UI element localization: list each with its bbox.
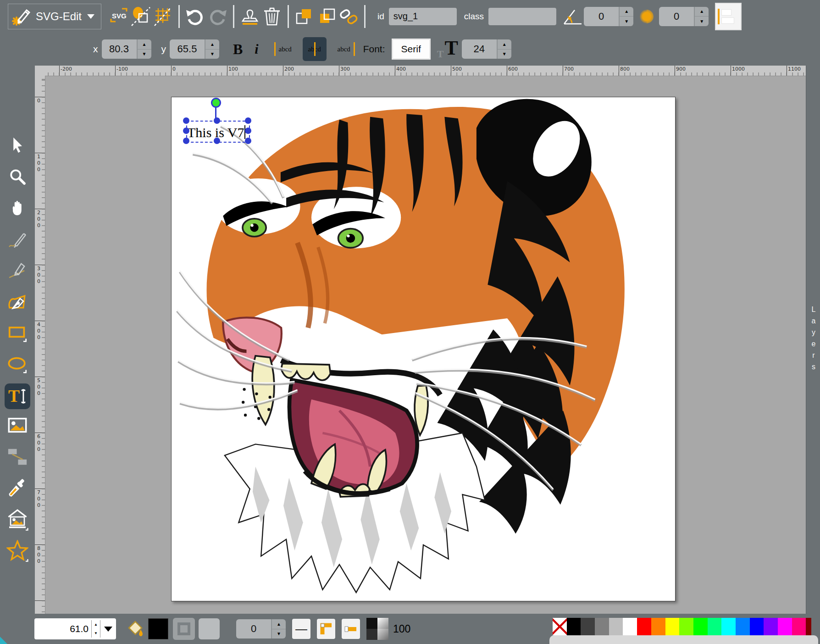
zoom-widget[interactable]: 61.0 ▲▼ — [34, 618, 116, 639]
palette-swatch[interactable] — [778, 618, 792, 635]
select-tool-button[interactable] — [6, 133, 29, 156]
palette-swatch[interactable] — [750, 618, 764, 635]
blur-input[interactable] — [659, 7, 694, 26]
palette-swatch[interactable] — [792, 618, 806, 635]
star-tool-button[interactable] — [6, 539, 29, 562]
font-family-button[interactable]: Serif — [392, 39, 431, 60]
x-down-button[interactable]: ▼ — [138, 50, 151, 59]
pencil-tool-button[interactable] — [6, 228, 29, 251]
eyedropper-tool-button[interactable] — [6, 477, 29, 500]
pan-tool-button[interactable] — [6, 196, 29, 219]
svg-canvas[interactable]: This is V7 — [171, 97, 676, 601]
palette-swatch[interactable] — [721, 618, 736, 635]
clone-button[interactable] — [239, 6, 261, 28]
palette-swatch[interactable] — [609, 618, 623, 635]
font-size-spinner[interactable]: ▲▼ — [462, 39, 511, 59]
font-label: Font: — [363, 44, 385, 55]
path-tool-button[interactable] — [6, 290, 29, 313]
italic-button[interactable]: i — [255, 41, 258, 57]
make-link-button[interactable] — [338, 6, 360, 28]
font-size-up-button[interactable]: ▲ — [498, 39, 511, 50]
y-down-button[interactable]: ▼ — [205, 50, 219, 59]
palette-swatch[interactable] — [679, 618, 693, 635]
app-title: SVG-Edit — [36, 10, 82, 23]
selection-handle-se[interactable] — [245, 138, 251, 144]
blur-up-button[interactable]: ▲ — [695, 7, 709, 17]
palette-swatch-none[interactable] — [553, 618, 567, 635]
blur-down-button[interactable]: ▼ — [695, 17, 709, 26]
source-editor-button[interactable]: SVG — [108, 6, 130, 28]
stroke-width-up-button[interactable]: ▲ — [272, 619, 286, 629]
delete-button[interactable] — [261, 6, 283, 28]
font-size-down-button[interactable]: ▼ — [498, 50, 511, 59]
palette-swatch[interactable] — [806, 618, 811, 635]
stroke-width-input[interactable] — [236, 619, 271, 638]
id-input[interactable] — [389, 8, 457, 25]
angle-input[interactable] — [584, 7, 619, 26]
redo-button[interactable] — [206, 6, 228, 28]
y-spinner[interactable]: ▲▼ — [170, 39, 219, 59]
linecap-button[interactable] — [342, 619, 360, 639]
undo-button[interactable] — [184, 6, 206, 28]
text-anchor-end-button[interactable]: abcd — [332, 37, 356, 61]
shape-library-button[interactable] — [6, 508, 29, 531]
stroke-icon-button[interactable] — [173, 618, 195, 640]
angle-down-button[interactable]: ▼ — [620, 17, 633, 26]
zoom-dropdown-button[interactable] — [100, 627, 116, 632]
x-up-button[interactable]: ▲ — [138, 39, 151, 50]
stroke-width-spinner[interactable]: ▲▼ — [236, 619, 286, 638]
rectangle-tool-button[interactable] — [6, 322, 29, 345]
palette-swatch[interactable] — [567, 618, 581, 635]
rotation-handle[interactable] — [211, 98, 221, 108]
zoom-down-button[interactable]: ▼ — [92, 629, 100, 638]
stroke-width-down-button[interactable]: ▼ — [272, 629, 286, 639]
image-tool-button[interactable] — [6, 414, 29, 437]
bold-button[interactable]: B — [233, 41, 243, 58]
palette-swatch[interactable] — [736, 618, 750, 635]
palette-swatch[interactable] — [623, 618, 637, 635]
zoom-tool-button[interactable] — [6, 165, 29, 188]
text-anchor-start-button[interactable]: abcd — [273, 37, 297, 61]
stroke-color-swatch[interactable] — [199, 618, 220, 639]
y-up-button[interactable]: ▲ — [205, 39, 219, 50]
main-menu-button[interactable]: SVG-Edit — [8, 4, 101, 29]
text-anchor-middle-button[interactable]: abcd — [303, 37, 327, 61]
font-size-input[interactable] — [462, 39, 497, 59]
bring-to-front-button[interactable] — [294, 6, 316, 28]
connector-tool-button[interactable] — [6, 445, 29, 468]
ellipse-tool-button[interactable] — [6, 353, 29, 376]
palette-swatch[interactable] — [665, 618, 680, 635]
layers-panel-toggle[interactable]: Layers — [806, 66, 820, 614]
selection-handle-n[interactable] — [214, 117, 220, 124]
x-input[interactable] — [102, 39, 137, 59]
x-spinner[interactable]: ▲▼ — [102, 39, 151, 59]
fill-color-swatch[interactable] — [148, 618, 168, 639]
palette-swatch[interactable] — [764, 618, 778, 635]
line-tool-button[interactable] — [6, 259, 29, 282]
class-input[interactable] — [488, 8, 556, 25]
y-input[interactable] — [170, 39, 205, 59]
selection-handle-sw[interactable] — [183, 138, 189, 144]
selection-handle-w[interactable] — [183, 128, 189, 134]
palette-swatch[interactable] — [581, 618, 595, 635]
send-to-back-button[interactable] — [316, 6, 338, 28]
text-tool-button[interactable]: T — [5, 383, 30, 409]
grid-snap-button[interactable] — [152, 6, 174, 28]
blur-spinner[interactable]: ▲▼ — [659, 7, 709, 26]
wireframe-mode-button[interactable] — [130, 6, 152, 28]
selection-handle-e[interactable] — [245, 128, 251, 134]
angle-spinner[interactable]: ▲▼ — [584, 7, 633, 26]
palette-swatch[interactable] — [595, 618, 609, 635]
linejoin-button[interactable] — [317, 619, 335, 639]
palette-swatch[interactable] — [708, 618, 722, 635]
zoom-up-button[interactable]: ▲ — [92, 620, 100, 629]
angle-up-button[interactable]: ▲ — [620, 7, 633, 17]
align-button[interactable] — [715, 3, 742, 30]
dash-style-button[interactable]: — — [292, 619, 310, 639]
palette-swatch[interactable] — [637, 618, 651, 635]
palette-swatch[interactable] — [693, 618, 708, 635]
selection-handle-ne[interactable] — [245, 117, 251, 124]
selection-handle-s[interactable] — [214, 138, 220, 144]
selection-handle-nw[interactable] — [183, 117, 189, 124]
palette-swatch[interactable] — [651, 618, 665, 635]
